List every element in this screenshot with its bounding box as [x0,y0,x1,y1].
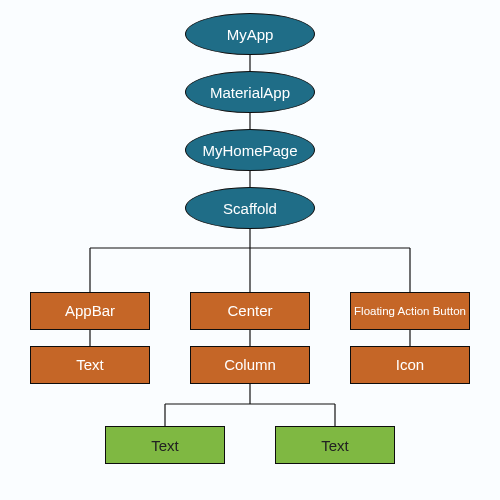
node-label: Center [227,303,272,320]
node-floating-action-button: Floating Action Button [350,292,470,330]
node-scaffold: Scaffold [185,187,315,229]
node-materialapp: MaterialApp [185,71,315,113]
node-label: MaterialApp [210,84,290,101]
node-label: Icon [396,357,424,374]
node-center: Center [190,292,310,330]
node-label: Floating Action Button [354,305,466,318]
node-myhomepage: MyHomePage [185,129,315,171]
node-label: MyApp [227,26,274,43]
node-label: MyHomePage [202,142,297,159]
node-text-under-appbar: Text [30,346,150,384]
node-label: Text [151,437,179,454]
node-label: AppBar [65,303,115,320]
node-appbar: AppBar [30,292,150,330]
node-column: Column [190,346,310,384]
node-text-leaf-left: Text [105,426,225,464]
node-label: Text [76,357,104,374]
node-icon: Icon [350,346,470,384]
node-text-leaf-right: Text [275,426,395,464]
node-label: Scaffold [223,200,277,217]
node-label: Column [224,357,276,374]
node-myapp: MyApp [185,13,315,55]
node-label: Text [321,437,349,454]
